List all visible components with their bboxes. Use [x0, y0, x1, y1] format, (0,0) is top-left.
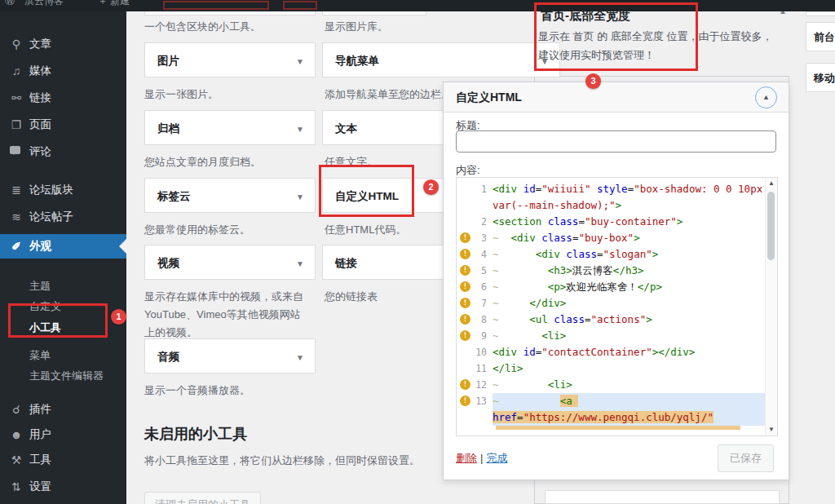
- sidebar-item-页面[interactable]: ❐页面: [0, 113, 126, 137]
- sidebar-area-mobile[interactable]: 移动: [806, 63, 835, 92]
- admin-sidebar: ⚲文章♫媒体⚯链接❐页面评论≣论坛版块≋论坛帖子✐外观主题自定义小工具菜单主题文…: [0, 11, 126, 504]
- code-token: style: [597, 183, 628, 195]
- chevron-down-icon[interactable]: ▼: [296, 259, 304, 268]
- area-mobile-label: 移动: [814, 64, 835, 93]
- code-text: <div id="contactContainer"></div>: [493, 344, 766, 360]
- code-line-6[interactable]: 6!~ <p>欢迎光临寒舍！</p>: [457, 279, 766, 295]
- code-line-3[interactable]: 3!~ <div class="buy-box">: [457, 230, 766, 246]
- code-text: ~ <p>欢迎光临寒舍！</p>: [493, 279, 766, 295]
- code-token: =: [517, 411, 524, 423]
- admin-bar: Ⓦ 淇云博客 ＋ 新建: [0, 0, 835, 11]
- code-token: "box-shadow: 0 0 10px: [634, 183, 762, 195]
- code-editor[interactable]: 1<div id="wiiuii" style="box-shadow: 0 0…: [456, 177, 778, 436]
- delete-widget-link[interactable]: 删除: [456, 452, 477, 464]
- code-token: >: [646, 313, 652, 325]
- sidebar-item-文章[interactable]: ⚲文章: [0, 32, 126, 56]
- code-token: [499, 378, 548, 391]
- code-line-13[interactable]: href="https://www.pengqi.club/yqlj/": [457, 409, 766, 426]
- code-token: <div: [493, 183, 524, 195]
- code-token: class: [541, 232, 572, 244]
- done-link[interactable]: 完成: [486, 452, 507, 464]
- collapse-button[interactable]: ▲: [755, 86, 777, 108]
- dialog-header[interactable]: 自定义HTML ▲: [444, 82, 789, 113]
- code-line-2[interactable]: 2<section class="buy-container">: [457, 214, 766, 230]
- code-line-11[interactable]: 11</li>: [457, 360, 766, 377]
- clear-inactive-widgets-button[interactable]: 清理未启用的小工具: [144, 492, 261, 504]
- code-line-1[interactable]: var(--main-shadow);">: [457, 197, 766, 214]
- scroll-up-icon[interactable]: ▲: [766, 178, 777, 189]
- code-line-7[interactable]: 7!~ </div>: [457, 295, 766, 312]
- sidebar-item-label: 外观: [29, 234, 51, 259]
- sidebar-item-label: 设置: [29, 475, 51, 499]
- sidebar-item-评论[interactable]: 评论: [0, 139, 126, 164]
- code-line-13[interactable]: 13!~ <a: [457, 393, 766, 409]
- code-token: <section: [493, 215, 548, 228]
- sidebar-item-工具[interactable]: ⚒工具: [0, 448, 126, 472]
- code-token: [499, 395, 560, 407]
- sidebar-item-论坛版块[interactable]: ≣论坛版块: [0, 178, 126, 202]
- code-editor-content[interactable]: 1<div id="wiiuii" style="box-shadow: 0 0…: [457, 178, 766, 435]
- sidebar-item-label: 用户: [29, 422, 51, 447]
- code-text: </li>: [493, 360, 766, 377]
- code-token: <div: [493, 346, 524, 358]
- saved-button[interactable]: 已保存: [718, 444, 774, 472]
- code-line-12[interactable]: 12!~ <li>: [457, 377, 766, 393]
- widget-card-音频[interactable]: 音频▼: [144, 338, 316, 374]
- new-content-link[interactable]: ＋ 新建: [98, 0, 130, 8]
- widget-desc: 显示一个音频播放器。: [144, 382, 332, 400]
- code-token: ~: [493, 297, 499, 309]
- sidebar-subitem-小工具[interactable]: 小工具: [0, 317, 126, 338]
- code-token: [499, 313, 530, 325]
- code-token: 淇云博客: [572, 264, 613, 276]
- line-number: 13!: [457, 393, 493, 409]
- chevron-down-icon[interactable]: ▼: [296, 192, 304, 201]
- chevron-down-icon[interactable]: ▼: [296, 125, 304, 134]
- widget-card-label: 导航菜单: [335, 43, 379, 78]
- line-number: 1: [457, 181, 493, 197]
- sidebar-area-front[interactable]: 前台: [806, 22, 835, 51]
- code-text: ~ <div class="buy-box">: [493, 230, 766, 246]
- sidebar-item-设置[interactable]: ⇅设置: [0, 475, 126, 499]
- widget-card-视频[interactable]: 视频▼: [144, 245, 316, 280]
- code-line-5[interactable]: 5!~ <h3>淇云博客</h3>: [457, 263, 766, 279]
- collapsed-widget-bar[interactable]: [545, 490, 780, 504]
- code-text: <div id="wiiuii" style="box-shadow: 0 0 …: [493, 181, 766, 197]
- widget-title-input[interactable]: [456, 130, 776, 153]
- code-line-10[interactable]: 10<div id="contactContainer"></div>: [457, 344, 766, 360]
- code-text: href="https://www.pengqi.club/yqlj/": [493, 409, 766, 426]
- sidebar-subitem-主题文件编辑器[interactable]: 主题文件编辑器: [0, 365, 126, 387]
- sidebar-item-插件[interactable]: ☌插件: [0, 397, 126, 422]
- sidebar-item-用户[interactable]: ☻用户: [0, 422, 126, 447]
- sidebar-item-媒体[interactable]: ♫媒体: [0, 59, 126, 83]
- chevron-down-icon[interactable]: ▼: [296, 57, 304, 66]
- sidebar-item-论坛帖子[interactable]: ≋论坛帖子: [0, 205, 126, 229]
- site-name-link[interactable]: 淇云博客: [24, 0, 64, 8]
- wordpress-logo-icon[interactable]: Ⓦ: [5, 0, 15, 8]
- widget-card-归档[interactable]: 归档▼: [144, 110, 316, 145]
- code-token: <div: [511, 232, 542, 244]
- sidebar-subitem-主题[interactable]: 主题: [0, 276, 126, 297]
- code-line-9[interactable]: 9!~ <li>: [457, 328, 766, 344]
- scrollbar-thumb[interactable]: [767, 192, 775, 260]
- code-token: "slogan": [603, 248, 652, 260]
- code-line-4[interactable]: 4!~ <div class="slogan">: [457, 246, 766, 263]
- code-line-8[interactable]: 8!~ <ul class="actions">: [457, 312, 766, 328]
- sidebar-item-外观[interactable]: ✐外观: [0, 234, 126, 259]
- scroll-down-icon[interactable]: ▼: [766, 424, 777, 435]
- widget-card-导航菜单[interactable]: 导航菜单▼: [322, 42, 560, 77]
- sidebar-item-链接[interactable]: ⚯链接: [0, 86, 126, 110]
- code-line-1[interactable]: 1<div id="wiiuii" style="box-shadow: 0 0…: [457, 181, 766, 197]
- sidebar-item-label: 论坛版块: [29, 178, 73, 202]
- widget-card-图片[interactable]: 图片▼: [144, 42, 316, 77]
- widget-card-标签云[interactable]: 标签云▼: [144, 178, 316, 213]
- line-number: 10: [457, 344, 493, 360]
- sidebar-item-label: 链接: [29, 86, 51, 110]
- code-token: [590, 183, 597, 195]
- lint-warning-icon: !: [460, 298, 471, 308]
- dialog-title: 自定义HTML: [456, 82, 522, 112]
- sidebar-subitem-自定义[interactable]: 自定义: [0, 296, 126, 317]
- chevron-down-icon[interactable]: ▼: [296, 353, 304, 362]
- sidebar-subitem-菜单[interactable]: 菜单: [0, 345, 126, 366]
- inactive-widgets-desc: 将小工具拖至这里，将它们从边栏移除，但同时保留设置。: [144, 453, 420, 468]
- editor-scrollbar[interactable]: ▲ ▼: [765, 178, 777, 435]
